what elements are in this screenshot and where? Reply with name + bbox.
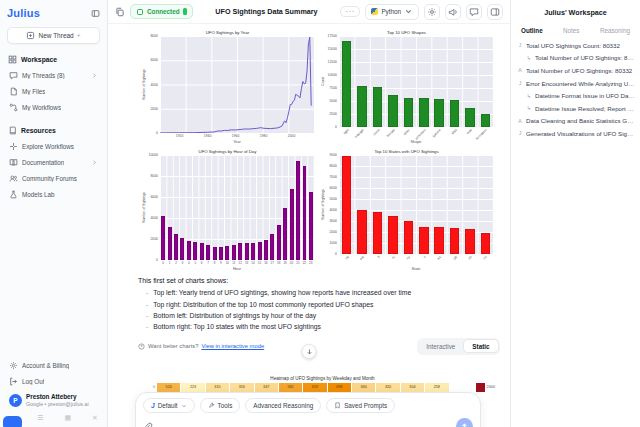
saved-prompts-button[interactable]: Saved Prompts	[326, 398, 395, 413]
y-tick: 7000	[329, 175, 337, 179]
x-tick: 17	[271, 261, 274, 265]
user-profile[interactable]: P Preston Attebery Google • preston@juli…	[7, 389, 100, 409]
sidebar-item-account-billing[interactable]: Account & Billing	[7, 357, 100, 373]
more-options-button[interactable]: ···	[340, 6, 360, 17]
outline-item[interactable]: ↳Datetime Issue Resolved; Report Generat…	[511, 102, 640, 115]
heatmap-cell[interactable]: 659	[303, 383, 326, 392]
y-tick: 0	[335, 125, 337, 129]
toggle-option-interactive[interactable]: Interactive	[418, 340, 463, 352]
bar	[465, 229, 475, 254]
y-axis-label-text: Count	[321, 77, 325, 86]
model-select[interactable]: J Default	[143, 398, 195, 413]
sidebar-item-my-threads-8-[interactable]: My Threads (8)	[7, 67, 100, 83]
logout-icon	[9, 377, 18, 386]
outline-item-text: Total UFO Sightings Count: 80332	[526, 42, 620, 49]
message-input[interactable]	[153, 423, 456, 427]
bar	[481, 233, 491, 254]
heatmap-cell[interactable]: 304	[401, 383, 424, 392]
bar-slot	[370, 155, 385, 254]
heatmap-cell[interactable]: 223	[181, 383, 204, 392]
new-thread-button[interactable]: New Thread +	[7, 27, 100, 44]
sidebar-item-my-files[interactable]: My Files	[7, 83, 100, 99]
x-tick: 1940	[204, 134, 212, 138]
y-tick: 6000	[150, 195, 158, 199]
heatmap-cell[interactable]: 582	[279, 383, 302, 392]
close-icon[interactable]: ✕	[92, 414, 98, 422]
sidebar-item-my-workflows[interactable]: My Workflows	[7, 99, 100, 115]
bar	[342, 156, 352, 254]
heatmap-cell[interactable]: 360	[352, 383, 375, 392]
outline-item-text: Datetime Format Issue in UFO Data Report	[535, 92, 636, 99]
heatmap-cell[interactable]: 520	[157, 383, 180, 392]
section-label: Workspace	[21, 56, 57, 63]
advanced-reasoning-button[interactable]: Advanced Reasoning	[245, 398, 321, 413]
bar	[270, 234, 274, 260]
sidebar-item-community-forums[interactable]: Community Forums	[7, 170, 100, 186]
x-tick: 15	[258, 261, 261, 265]
interactive-mode-link[interactable]: View in interactive mode	[201, 343, 264, 349]
sidebar-item-explore-workflows[interactable]: Explore Workflows	[7, 138, 100, 154]
summary-bullet: -Top left: Yearly trend of UFO sightings…	[138, 287, 500, 298]
outline-item[interactable]: ATotal Number of UFO Sightings: 80332	[511, 64, 640, 77]
outline-list: JTotal UFO Sightings Count: 80332↳Total …	[511, 39, 640, 140]
tab-notes[interactable]: Notes	[563, 27, 579, 34]
bullet-text: Top left: Yearly trend of UFO sightings,…	[153, 289, 411, 296]
runtime-select[interactable]: Python	[365, 4, 419, 20]
send-button[interactable]	[456, 418, 473, 427]
outline-item[interactable]: ↳Datetime Format Issue in UFO Data Repor…	[511, 89, 640, 102]
tools-button[interactable]: Tools	[200, 398, 241, 413]
sidebar-item-label: My Files	[22, 88, 45, 95]
heatmap-cell[interactable]: 315	[206, 383, 229, 392]
collapse-sidebar-icon[interactable]	[91, 9, 100, 18]
sidebar-item-documentation[interactable]: Documentation	[7, 154, 100, 170]
sidebar-item-logout[interactable]: Log Out	[7, 373, 100, 389]
y-tick: 4000	[150, 216, 158, 220]
thread-title: UFO Sightings Data Summary	[198, 7, 336, 16]
heatmap-cell[interactable]: 320	[376, 383, 399, 392]
connected-status[interactable]: Connected	[130, 4, 193, 19]
y-axis-ticks: 0200040006000800010000	[147, 155, 160, 260]
heatmap-cell[interactable]: 258	[425, 383, 448, 392]
attach-file-button[interactable]	[143, 422, 153, 427]
heatmap-cell[interactable]: 698	[328, 383, 351, 392]
y-tick: 6000	[150, 58, 158, 62]
x-tick: 0	[162, 261, 164, 265]
menu-icon[interactable]: ☰	[37, 414, 43, 422]
bar-series	[339, 155, 493, 254]
hint-row: Want better charts? View in interactive …	[138, 338, 500, 355]
scroll-to-bottom-button[interactable]	[302, 344, 317, 359]
sidebar-item-models-lab[interactable]: Models Lab	[7, 186, 100, 202]
copy-icon[interactable]	[115, 7, 125, 17]
chart-plot-area: Number of Sightings010002000300040005000…	[320, 155, 493, 273]
outline-item[interactable]: JGenerated Visualizations of UFO Sightin…	[511, 127, 640, 140]
toggle-option-static[interactable]: Static	[463, 339, 498, 353]
announcements-button[interactable]	[445, 4, 461, 20]
settings-button[interactable]	[424, 4, 440, 20]
x-tick: unknown	[414, 128, 426, 140]
outline-item[interactable]: AData Cleaning and Basic Statistics Gene…	[511, 115, 640, 128]
bar	[373, 212, 383, 254]
plus-square-icon	[26, 31, 35, 40]
x-tick: 22	[303, 261, 306, 265]
x-tick: mi	[483, 255, 488, 260]
bar	[258, 242, 262, 260]
outline-item[interactable]: JTotal UFO Sightings Count: 80332	[511, 39, 640, 52]
heatmap-cell[interactable]: 316	[230, 383, 253, 392]
tab-reasoning[interactable]: Reasoning	[600, 27, 630, 34]
x-tick: circle	[372, 128, 380, 136]
heatmap-cell[interactable]: 347	[255, 383, 278, 392]
y-tick: 10000	[149, 153, 158, 157]
outline-item[interactable]: ↳Total Number of UFO Sightings: 80332	[511, 52, 640, 65]
feedback-button[interactable]	[466, 4, 482, 20]
bar-slot	[447, 36, 462, 127]
y-tick: 4000	[150, 83, 158, 87]
sidebar-item-label: Explore Workflows	[22, 143, 74, 150]
tab-outline[interactable]: Outline	[521, 27, 543, 34]
y-tick: 4000	[329, 208, 337, 212]
grid-icon[interactable]: ▦	[64, 414, 71, 422]
chat-widget-launcher[interactable]	[3, 416, 22, 427]
outline-item[interactable]: JError Encountered While Analyzing UFO D…	[511, 77, 640, 90]
bar-slot	[447, 155, 462, 254]
toggle-right-panel-button[interactable]	[487, 4, 503, 20]
app-window: Julius New Thread + WorkspaceMy Threads …	[0, 0, 640, 427]
